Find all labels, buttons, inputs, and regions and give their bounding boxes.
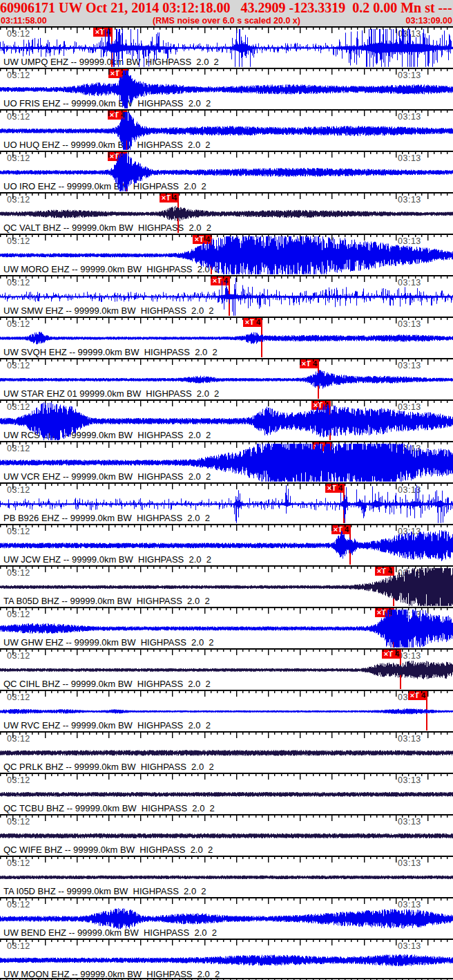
- seismogram-viewer: { "header": { "title": "60906171 UW Oct …: [0, 0, 453, 980]
- waveform-canvas[interactable]: [0, 0, 453, 980]
